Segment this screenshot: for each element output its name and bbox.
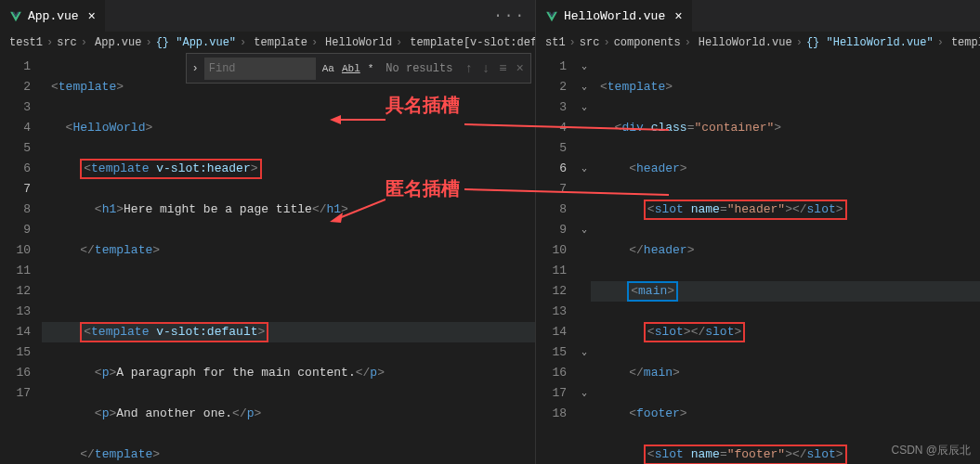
tab-app-vue[interactable]: App.vue × bbox=[0, 0, 105, 32]
match-case-button[interactable]: Aa bbox=[320, 61, 337, 76]
tab-label: HelloWorld.vue bbox=[564, 9, 665, 23]
tab-helloworld-vue[interactable]: HelloWorld.vue × bbox=[536, 0, 692, 32]
fold-gutter[interactable]: ⌄⌄⌄⌄⌄⌄⌄ bbox=[578, 53, 591, 464]
close-icon[interactable]: × bbox=[674, 9, 682, 24]
find-results: No results bbox=[380, 62, 458, 75]
breadcrumb-right[interactable]: st1› src› components› HelloWorld.vue› {}… bbox=[536, 32, 980, 53]
code-content[interactable]: <template> <div class="container"> <head… bbox=[591, 53, 980, 464]
tabs-right: HelloWorld.vue × bbox=[536, 0, 980, 32]
match-word-button[interactable]: Abl bbox=[339, 61, 363, 76]
find-input[interactable] bbox=[204, 58, 316, 80]
regex-button[interactable]: * bbox=[365, 61, 377, 76]
breadcrumb-left[interactable]: test1› src› App.vue› {} "App.vue"› templ… bbox=[0, 32, 535, 53]
highlight-footer-slot: <slot name="footer"></slot> bbox=[644, 445, 847, 464]
tab-actions[interactable]: ··· bbox=[484, 0, 535, 32]
highlight-anon-slot-src: <template v-slot:default> bbox=[80, 322, 268, 342]
tab-label: App.vue bbox=[28, 9, 79, 23]
chevron-right-icon[interactable]: › bbox=[190, 62, 201, 75]
find-selection-button[interactable]: ≡ bbox=[496, 61, 509, 76]
highlight-anon-slot-dst: <slot></slot> bbox=[644, 322, 745, 342]
highlight-named-slot-src: <template v-slot:header> bbox=[80, 159, 261, 179]
line-gutter: 123456789101112131415161718 bbox=[536, 53, 578, 464]
code-content[interactable]: <template> <HelloWorld> <template v-slot… bbox=[42, 53, 535, 464]
editor-left[interactable]: › Aa Abl * No results ↑ ↓ ≡ × 1234567891… bbox=[0, 53, 535, 464]
tabs-left: App.vue × ··· bbox=[0, 0, 535, 32]
watermark: CSDN @辰辰北 bbox=[891, 443, 971, 458]
highlight-named-slot-dst: <slot name="header"></slot> bbox=[644, 200, 847, 220]
close-icon[interactable]: × bbox=[88, 9, 96, 24]
close-find-button[interactable]: × bbox=[514, 61, 527, 76]
editor-right[interactable]: 123456789101112131415161718 ⌄⌄⌄⌄⌄⌄⌄ <tem… bbox=[536, 53, 980, 464]
line-gutter: 1234567891011121314151617 bbox=[0, 53, 42, 464]
vue-icon bbox=[545, 10, 558, 23]
vue-icon bbox=[9, 10, 22, 23]
prev-match-button[interactable]: ↑ bbox=[462, 61, 475, 76]
next-match-button[interactable]: ↓ bbox=[479, 61, 492, 76]
find-widget: › Aa Abl * No results ↑ ↓ ≡ × bbox=[186, 53, 531, 84]
